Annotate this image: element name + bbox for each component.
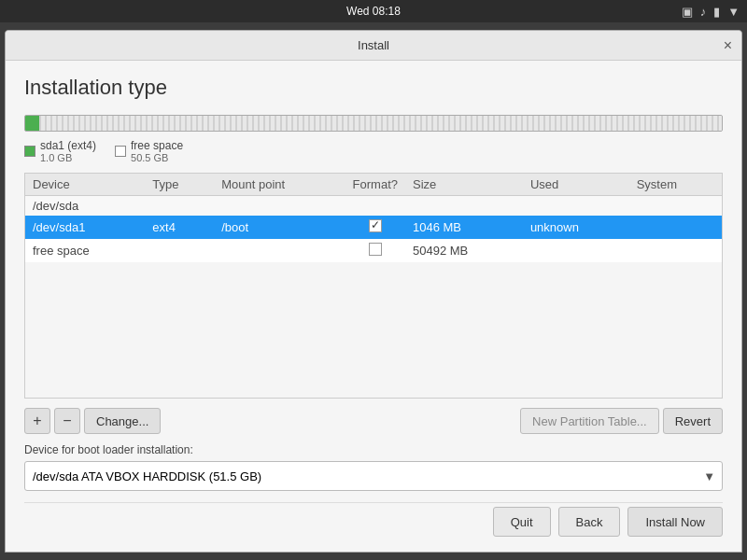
dialog-content: Installation type sda1 (ext4) 1.0 GB fre… [6, 61, 741, 552]
legend-item-sda1: sda1 (ext4) 1.0 GB [24, 139, 96, 163]
cell-device-free: free space [25, 239, 145, 262]
partition-table: Device Type Mount point Format? Size Use… [24, 173, 723, 399]
cell-type: ext4 [145, 216, 214, 239]
table-row[interactable]: free space 50492 MB [25, 239, 722, 262]
quit-button[interactable]: Quit [493, 507, 551, 537]
col-type: Type [145, 174, 214, 196]
add-button[interactable]: + [24, 408, 50, 434]
close-button[interactable]: × [724, 38, 732, 53]
install-dialog: Install × Installation type sda1 (ext4) … [5, 30, 742, 553]
group-row-sda: /dev/sda [25, 196, 722, 217]
format-checkbox-unchecked[interactable] [369, 243, 382, 256]
back-button[interactable]: Back [558, 507, 621, 537]
revert-button[interactable]: Revert [663, 408, 723, 434]
cell-type-free [145, 239, 214, 262]
partition-bar [24, 115, 723, 132]
legend-sub-free: 50.5 GB [131, 152, 183, 163]
boot-device-wrapper: /dev/sda ATA VBOX HARDDISK (51.5 GB) ▼ [24, 461, 723, 491]
topbar: Wed 08:18 ▣ ♪ ▮ ▼ [0, 0, 747, 22]
legend-label-sda1: sda1 (ext4) [40, 139, 96, 152]
monitor-icon: ▣ [682, 5, 693, 19]
partition-bar-container [24, 115, 723, 132]
legend-color-green [24, 146, 35, 157]
partition-toolbar: + − Change... New Partition Table... Rev… [24, 408, 723, 434]
format-checkbox-checked[interactable] [369, 219, 382, 232]
cell-format[interactable] [345, 216, 405, 239]
cell-used: unknown [523, 216, 629, 239]
table-row[interactable]: /dev/sda1 ext4 /boot 1046 MB unknown [25, 216, 722, 239]
col-used: Used [523, 174, 629, 196]
col-size: Size [405, 174, 523, 196]
legend-label-free: free space [131, 139, 183, 152]
cell-size: 1046 MB [405, 216, 523, 239]
cell-mount: /boot [214, 216, 345, 239]
dialog-title: Install [358, 38, 389, 52]
partition-bar-rest [39, 116, 722, 131]
partition-legend: sda1 (ext4) 1.0 GB free space 50.5 GB [24, 139, 723, 163]
legend-color-white [115, 146, 126, 157]
install-now-button[interactable]: Install Now [627, 507, 723, 537]
page-title: Installation type [24, 76, 723, 100]
change-button[interactable]: Change... [84, 408, 161, 434]
col-mount: Mount point [214, 174, 345, 196]
action-buttons: Quit Back Install Now [24, 502, 723, 537]
table-header-row: Device Type Mount point Format? Size Use… [25, 174, 722, 196]
partition-bar-used [25, 116, 39, 131]
remove-button[interactable]: − [54, 408, 80, 434]
cell-device: /dev/sda1 [25, 216, 145, 239]
chevron-down-icon: ▼ [727, 5, 740, 19]
cell-size-free: 50492 MB [405, 239, 523, 262]
volume-icon: ♪ [700, 5, 707, 19]
boot-device-label: Device for boot loader installation: [24, 443, 723, 456]
boot-device-select[interactable]: /dev/sda ATA VBOX HARDDISK (51.5 GB) [24, 461, 723, 491]
col-format: Format? [345, 174, 405, 196]
legend-sub-sda1: 1.0 GB [40, 152, 96, 163]
group-label: /dev/sda [25, 196, 722, 217]
col-device: Device [25, 174, 145, 196]
cell-system-free [629, 239, 722, 262]
topbar-icons: ▣ ♪ ▮ ▼ [682, 5, 740, 19]
cell-system [629, 216, 722, 239]
new-partition-button[interactable]: New Partition Table... [520, 408, 659, 434]
cell-used-free [523, 239, 629, 262]
topbar-time: Wed 08:18 [346, 5, 401, 18]
legend-item-free: free space 50.5 GB [115, 139, 183, 163]
cell-mount-free [214, 239, 345, 262]
battery-icon: ▮ [713, 5, 720, 19]
col-system: System [629, 174, 722, 196]
dialog-titlebar: Install × [6, 31, 741, 61]
cell-format-free[interactable] [345, 239, 405, 262]
